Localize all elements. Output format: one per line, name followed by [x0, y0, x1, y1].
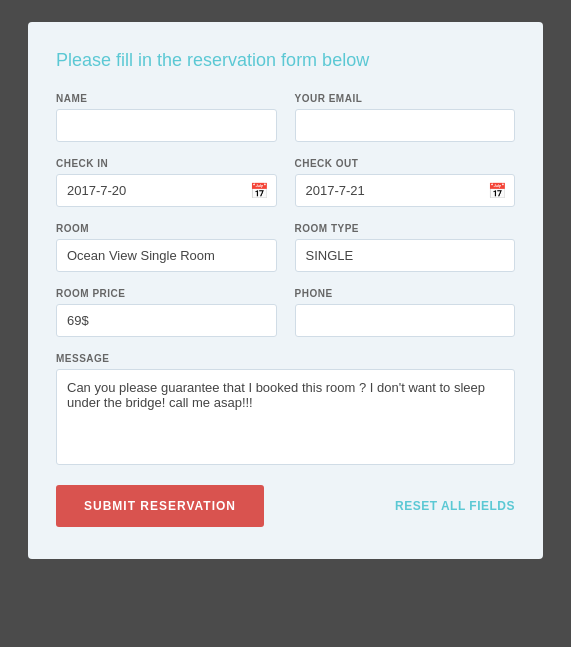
email-group: YOUR EMAIL: [295, 93, 516, 142]
room-type-label: ROOM TYPE: [295, 223, 516, 234]
room-price-label: ROOM PRICE: [56, 288, 277, 299]
row-price-phone: ROOM PRICE PHONE: [56, 288, 515, 337]
name-input[interactable]: [56, 109, 277, 142]
message-group: MESSAGE Can you please guarantee that I …: [56, 353, 515, 465]
checkout-label: CHECK OUT: [295, 158, 516, 169]
row-name-email: NAME YOUR EMAIL: [56, 93, 515, 142]
room-price-input[interactable]: [56, 304, 277, 337]
room-type-group: ROOM TYPE: [295, 223, 516, 272]
submit-button[interactable]: SUBMIT RESERVATION: [56, 485, 264, 527]
email-input[interactable]: [295, 109, 516, 142]
message-label: MESSAGE: [56, 353, 515, 364]
room-type-input[interactable]: [295, 239, 516, 272]
room-label: ROOM: [56, 223, 277, 234]
phone-input[interactable]: [295, 304, 516, 337]
checkin-label: CHECK IN: [56, 158, 277, 169]
room-price-group: ROOM PRICE: [56, 288, 277, 337]
modal-title: Please fill in the reservation form belo…: [56, 50, 515, 71]
name-label: NAME: [56, 93, 277, 104]
phone-label: PHONE: [295, 288, 516, 299]
name-group: NAME: [56, 93, 277, 142]
room-group: ROOM: [56, 223, 277, 272]
checkin-wrapper: 📅: [56, 174, 277, 207]
form-actions: SUBMIT RESERVATION RESET ALL FIELDS: [56, 485, 515, 527]
reset-button[interactable]: RESET ALL FIELDS: [395, 499, 515, 513]
checkout-group: CHECK OUT 📅: [295, 158, 516, 207]
row-room: ROOM ROOM TYPE: [56, 223, 515, 272]
checkout-input[interactable]: [295, 174, 516, 207]
message-input[interactable]: Can you please guarantee that I booked t…: [56, 369, 515, 465]
reservation-modal: Please fill in the reservation form belo…: [28, 22, 543, 559]
email-label: YOUR EMAIL: [295, 93, 516, 104]
checkout-wrapper: 📅: [295, 174, 516, 207]
phone-group: PHONE: [295, 288, 516, 337]
room-input[interactable]: [56, 239, 277, 272]
row-dates: CHECK IN 📅 CHECK OUT 📅: [56, 158, 515, 207]
checkin-group: CHECK IN 📅: [56, 158, 277, 207]
checkin-input[interactable]: [56, 174, 277, 207]
